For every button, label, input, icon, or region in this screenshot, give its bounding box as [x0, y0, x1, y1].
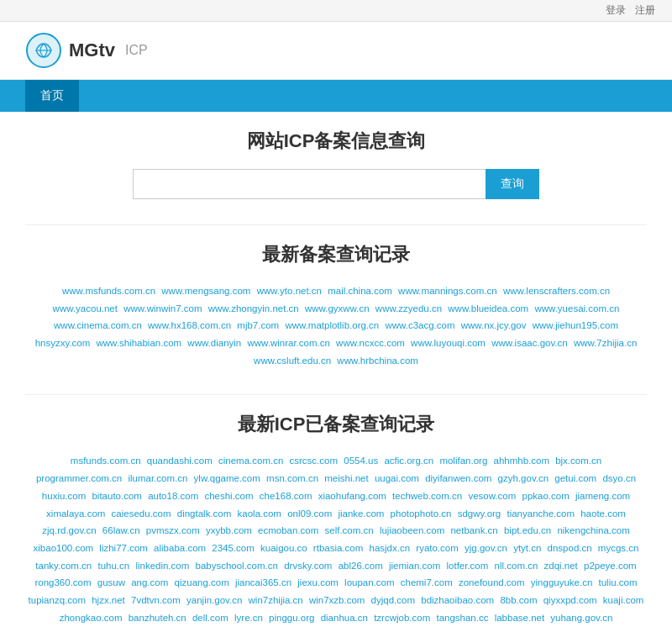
icp-query-link[interactable]: hasjdx.cn [370, 543, 411, 553]
icp-query-link[interactable]: ytyt.cn [513, 543, 541, 553]
icp-query-link[interactable]: bdizhaoibao.com [421, 595, 494, 605]
icp-query-link[interactable]: dianhua.cn [321, 613, 368, 623]
icp-query-link[interactable]: gzyh.gov.cn [498, 473, 549, 483]
icp-query-link[interactable]: ryato.com [416, 543, 459, 553]
icp-query-link[interactable]: win7zhijia.cn [249, 595, 303, 605]
icp-query-link[interactable]: quandashi.com [147, 456, 213, 466]
icp-query-link[interactable]: uugai.com [375, 473, 419, 483]
icp-query-link[interactable]: tianyanche.com [507, 508, 575, 519]
icp-query-link[interactable]: dell.com [192, 613, 228, 623]
icp-query-link[interactable]: mycgs.cn [598, 543, 639, 553]
search-button[interactable]: 查询 [486, 169, 539, 199]
icp-query-link[interactable]: lizhi77.com [99, 543, 148, 553]
nav-link-home[interactable]: 首页 [25, 80, 79, 112]
icp-query-link[interactable]: qizuang.com [175, 577, 229, 587]
recent-query-link[interactable]: www.csluft.edu.cn [254, 356, 331, 366]
icp-query-link[interactable]: rong360.com [34, 577, 91, 587]
icp-query-link[interactable]: kuaji.com [603, 595, 644, 605]
recent-query-link[interactable]: mjb7.com [237, 320, 279, 330]
icp-query-link[interactable]: self.com.cn [325, 525, 374, 535]
icp-query-link[interactable]: zonefound.com [459, 577, 525, 587]
icp-query-link[interactable]: pvmszx.com [146, 525, 200, 535]
icp-query-link[interactable]: alibaba.com [154, 543, 206, 553]
icp-query-link[interactable]: zdqi.net [544, 561, 578, 571]
icp-query-link[interactable]: techweb.com.cn [392, 491, 462, 501]
recent-query-link[interactable]: www.ncxcc.com [336, 338, 405, 348]
recent-query-link[interactable]: www.yacou.net [53, 303, 118, 314]
icp-query-link[interactable]: ylw.qgame.com [194, 473, 260, 483]
icp-query-link[interactable]: jiemian.com [389, 561, 440, 571]
icp-query-link[interactable]: programmer.com.cn [36, 473, 122, 483]
icp-query-link[interactable]: loupan.com [344, 577, 394, 587]
icp-query-link[interactable]: win7xzb.com [309, 595, 365, 605]
login-link[interactable]: 登录 [606, 4, 626, 16]
recent-query-link[interactable]: www.matplotlib.org.cn [285, 320, 379, 330]
recent-query-link[interactable]: www.winwin7.com [123, 303, 202, 314]
icp-query-link[interactable]: msn.com.cn [266, 473, 318, 483]
recent-query-link[interactable]: www.mengsang.com [161, 286, 250, 296]
icp-query-link[interactable]: banzhuteh.cn [129, 613, 186, 623]
icp-query-link[interactable]: dingtalk.com [177, 508, 232, 519]
recent-query-link[interactable]: www.gyxww.cn [305, 303, 370, 314]
icp-query-link[interactable]: labbase.net [495, 613, 544, 623]
nav-item-home[interactable]: 首页 [25, 80, 79, 112]
icp-query-link[interactable]: tuliu.com [599, 577, 638, 587]
recent-query-link[interactable]: www.yto.net.cn [257, 286, 322, 296]
icp-query-link[interactable]: gusuw [97, 577, 125, 587]
icp-query-link[interactable]: diyifanwen.com [425, 473, 491, 483]
recent-query-link[interactable]: mail.china.com [328, 286, 392, 296]
icp-query-link[interactable]: kuaigou.co [260, 543, 307, 553]
recent-query-link[interactable]: www.c3acg.com [385, 320, 454, 330]
icp-query-link[interactable]: 7vdtvn.com [131, 595, 181, 605]
search-input[interactable] [133, 169, 486, 199]
icp-query-link[interactable]: sdgwy.org [458, 508, 501, 519]
icp-query-link[interactable]: molifan.org [439, 456, 487, 466]
icp-query-link[interactable]: ximalaya.com [46, 508, 105, 519]
icp-query-link[interactable]: xibao100.com [34, 543, 94, 553]
icp-query-link[interactable]: p2peye.com [584, 561, 637, 571]
icp-query-link[interactable]: yingguyuke.cn [531, 577, 593, 587]
icp-query-link[interactable]: zjq.rd.gov.cn [42, 525, 96, 535]
icp-query-link[interactable]: lyre.cn [234, 613, 263, 623]
icp-query-link[interactable]: 0554.us [344, 456, 378, 466]
icp-query-link[interactable]: dyjqd.com [371, 595, 415, 605]
icp-query-link[interactable]: jiexu.com [297, 577, 339, 587]
icp-query-link[interactable]: 66law.cn [102, 525, 140, 535]
recent-query-link[interactable]: www.7zhijia.cn [574, 338, 637, 348]
icp-query-link[interactable]: tangshan.cc [436, 613, 488, 623]
recent-query-link[interactable]: www.hx168.com.cn [148, 320, 231, 330]
icp-query-link[interactable]: cheshi.com [204, 491, 253, 501]
recent-query-link[interactable]: www.winrar.com.cn [247, 338, 329, 348]
icp-query-link[interactable]: drvsky.com [284, 561, 332, 571]
icp-query-link[interactable]: ilumar.com.cn [128, 473, 187, 483]
icp-query-link[interactable]: tupianzq.com [29, 595, 86, 605]
icp-query-link[interactable]: nll.com.cn [495, 561, 538, 571]
icp-query-link[interactable]: bitauto.com [92, 491, 141, 501]
icp-query-link[interactable]: msfunds.com.cn [71, 456, 141, 466]
icp-query-link[interactable]: ang.com [131, 577, 168, 587]
recent-query-link[interactable]: www.yuesai.com.cn [534, 303, 619, 314]
icp-query-link[interactable]: xiaohufang.com [318, 491, 386, 501]
icp-query-link[interactable]: linkedin.com [135, 561, 189, 571]
icp-query-link[interactable]: lotfer.com [446, 561, 488, 571]
icp-query-link[interactable]: haote.com [580, 508, 626, 519]
icp-query-link[interactable]: bjx.com.cn [555, 456, 601, 466]
icp-query-link[interactable]: acfic.org.cn [384, 456, 433, 466]
icp-query-link[interactable]: yuhang.gov.cn [550, 613, 612, 623]
recent-query-link[interactable]: www.zzyedu.cn [375, 303, 442, 314]
recent-query-link[interactable]: www.zhongyin.net.cn [208, 303, 299, 314]
icp-query-link[interactable]: babyschool.com.cn [196, 561, 278, 571]
icp-query-link[interactable]: huxiu.com [42, 491, 86, 501]
icp-query-link[interactable]: 8bb.com [500, 595, 537, 605]
recent-query-link[interactable]: www.msfunds.com.cn [62, 286, 155, 296]
recent-query-link[interactable]: www.mannings.com.cn [398, 286, 497, 296]
icp-query-link[interactable]: netbank.cn [450, 525, 497, 535]
register-link[interactable]: 注册 [635, 4, 655, 16]
icp-query-link[interactable]: ahhmhb.com [493, 456, 549, 466]
icp-query-link[interactable]: onl09.com [287, 508, 332, 519]
icp-query-link[interactable]: chemi7.com [401, 577, 453, 587]
icp-query-link[interactable]: ppkao.com [522, 491, 569, 501]
icp-query-link[interactable]: abl26.com [339, 561, 383, 571]
icp-query-link[interactable]: tzrcwjob.com [374, 613, 430, 623]
icp-query-link[interactable]: jiameng.com [575, 491, 630, 501]
